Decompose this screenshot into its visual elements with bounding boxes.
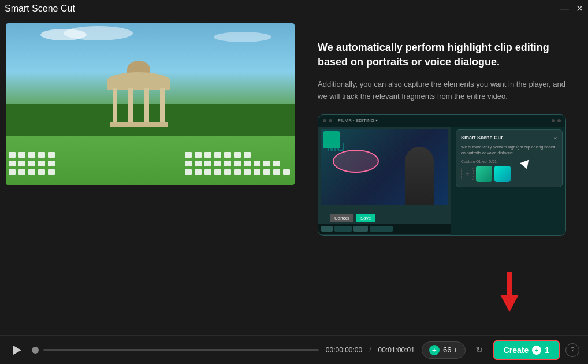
create-button[interactable]: Create + 1	[493, 340, 560, 360]
pavilion	[110, 72, 168, 124]
svg-rect-29	[214, 161, 221, 166]
inner-dialog-description: We automatically perform highlight clip …	[461, 144, 557, 156]
svg-rect-15	[185, 169, 192, 175]
add-clips-icon: +	[429, 345, 440, 355]
help-button[interactable]: ?	[565, 343, 579, 357]
svg-rect-23	[263, 169, 270, 175]
create-count: 1	[545, 346, 549, 355]
column-1	[113, 88, 117, 123]
progress-bar-track[interactable]	[43, 349, 319, 351]
inner-dot-1	[323, 119, 326, 122]
inner-dialog-close[interactable]: ✕	[553, 136, 557, 141]
right-panel: We automatically perform highlight clip …	[300, 17, 588, 335]
progress-container	[32, 347, 319, 354]
svg-rect-35	[273, 161, 280, 166]
inner-thumb-2[interactable]	[494, 166, 511, 182]
timeline-segment-2	[334, 226, 352, 232]
svg-rect-24	[273, 169, 280, 175]
create-label: Create	[504, 346, 529, 355]
timeline-segment-3	[353, 226, 368, 232]
svg-rect-18	[214, 169, 221, 175]
svg-rect-27	[195, 161, 202, 166]
inner-video: MU	[321, 129, 448, 205]
inner-dialog-custom-label: Custom Object 0/51	[461, 159, 557, 164]
svg-rect-8	[38, 161, 45, 166]
inner-app: FILMR · EDITING ▾ MU	[318, 115, 565, 235]
svg-rect-9	[48, 161, 55, 166]
svg-rect-37	[195, 152, 202, 158]
svg-rect-3	[38, 169, 45, 175]
inner-cancel-button[interactable]: Cancel	[330, 214, 353, 222]
create-icon: +	[532, 346, 541, 355]
inner-add-image-button[interactable]: +	[461, 168, 474, 180]
pavilion-roof	[107, 72, 170, 90]
inner-thumb-1[interactable]	[476, 166, 492, 182]
cloud-2	[64, 26, 133, 40]
add-clips-button[interactable]: + 66 +	[422, 341, 466, 359]
svg-rect-22	[254, 169, 260, 175]
svg-rect-12	[28, 152, 35, 158]
svg-rect-1	[18, 169, 25, 175]
pavilion-columns	[113, 88, 165, 124]
chairs-area	[6, 149, 295, 184]
inner-thumbnail	[323, 131, 340, 148]
svg-rect-7	[28, 161, 35, 166]
svg-rect-28	[204, 161, 211, 166]
svg-rect-19	[224, 169, 231, 175]
inner-video-content: MU	[321, 129, 448, 205]
svg-rect-20	[234, 169, 241, 175]
main-content: We automatically perform highlight clip …	[0, 17, 588, 335]
svg-rect-31	[234, 161, 241, 166]
time-divider: /	[369, 346, 371, 354]
bottom-bar: 00:00:00:00 / 00:01:00:01 + 66 + ↻ Creat…	[0, 335, 588, 364]
inner-dot-2	[329, 119, 332, 122]
time-current: 00:00:00:00	[326, 346, 362, 354]
svg-rect-32	[244, 161, 251, 166]
minimize-button[interactable]: —	[560, 5, 568, 13]
refresh-button[interactable]: ↻	[471, 342, 487, 358]
time-total: 00:01:00:01	[378, 346, 415, 354]
svg-rect-26	[185, 161, 192, 166]
column-4	[160, 88, 165, 123]
svg-rect-14	[48, 152, 55, 158]
svg-rect-30	[224, 161, 231, 166]
inner-save-button[interactable]: Save	[356, 214, 375, 222]
svg-rect-42	[244, 152, 251, 158]
column-2	[128, 88, 133, 123]
svg-rect-0	[9, 169, 16, 175]
svg-rect-33	[254, 161, 260, 166]
selection-overlay	[333, 150, 379, 173]
left-panel	[0, 17, 300, 335]
preview-thumbnail: FILMR · EDITING ▾ MU	[318, 114, 566, 236]
progress-dot[interactable]	[32, 347, 39, 354]
chairs-svg	[6, 149, 295, 184]
play-button[interactable]	[9, 342, 25, 358]
clips-count-label: 66 +	[443, 346, 458, 354]
app-title: Smart Scene Cut	[5, 3, 75, 14]
inner-ctrl-2	[557, 119, 561, 122]
svg-rect-38	[204, 152, 211, 158]
svg-rect-13	[38, 152, 45, 158]
timeline-segment-1	[321, 226, 333, 232]
svg-rect-40	[224, 152, 231, 158]
video-preview	[6, 23, 295, 185]
timeline-segment-4	[370, 226, 393, 232]
svg-rect-6	[18, 161, 25, 166]
close-button[interactable]: ✕	[575, 5, 583, 13]
refresh-icon: ↻	[475, 344, 483, 355]
titlebar-controls: — ✕	[560, 5, 583, 13]
svg-rect-21	[244, 169, 251, 175]
inner-timeline	[318, 224, 451, 234]
inner-dialog-title: Smart Scene Cut	[461, 135, 503, 140]
inner-dialog: Smart Scene Cut — ✕ We automatically per…	[456, 129, 563, 187]
inner-tab: FILMR · EDITING ▾	[334, 118, 381, 123]
inner-dialog-minimize[interactable]: —	[547, 136, 552, 141]
main-headline: We automatically perform highlight clip …	[318, 40, 571, 69]
svg-rect-17	[204, 169, 211, 175]
bottom-right-controls: + 66 + ↻ Create + 1 ?	[422, 340, 579, 360]
video-scene	[6, 23, 295, 185]
inner-action-buttons: Cancel Save	[330, 214, 375, 222]
svg-rect-36	[185, 152, 192, 158]
inner-content: MU Cancel Save	[318, 127, 565, 235]
titlebar: Smart Scene Cut — ✕	[0, 0, 588, 17]
